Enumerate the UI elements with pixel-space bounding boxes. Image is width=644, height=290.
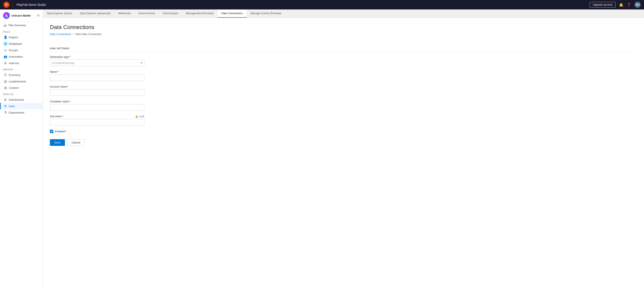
upgrade-button[interactable]: Upgrade account [590,2,616,8]
sidebar-item-label: Groups [9,49,18,52]
breadcrumb-current: New Data Connection [76,33,102,36]
required-star: * [68,85,69,88]
cancel-button[interactable]: Cancel [67,139,85,146]
sidebar-item-label: Data [9,105,14,108]
breadcrumb-separator: > [72,33,74,36]
playfab-logo: P [4,2,10,8]
tab-manage-events[interactable]: Manage Events (Preview) [246,10,285,18]
topbar-title: PlayFab Demo Studio [16,3,587,7]
required-star: * [58,70,59,73]
destination-type-select-wrapper: AzureBlobStorage EventHub S3 ▼ [50,60,144,66]
destination-type-label: Destination type * [50,56,144,59]
enabled-row: Enabled * [50,130,637,133]
section-build-label: BUILD [0,29,43,34]
data-icon: ⚙ [4,104,7,108]
main-area: Data Explorer (basic) Data Explorer (adv… [43,10,644,290]
tab-event-archive[interactable]: Event Archive [135,10,159,18]
notifications-icon[interactable]: 🔔 [619,3,623,7]
sidebar-item-multiplayer[interactable]: 🌐 Multiplayer [0,41,43,47]
players-icon: 👤 [4,36,7,39]
container-name-input[interactable] [50,104,144,111]
sidebar-item-content[interactable]: ▤ Content [0,85,43,91]
sidebar-item-automation[interactable]: 👥 Automation [0,53,43,60]
container-name-label: Container name * [50,100,144,103]
page-title: Data Connections [50,24,637,31]
sidebar-item-leaderboards[interactable]: ▤ Leaderboards [0,78,43,85]
sidebar-item-label: Experiments [9,111,24,114]
sas-token-group: Sas token * 🔒 Lock [50,115,144,125]
sidebar-item-label: Content [9,86,19,90]
groups-icon: 🗂 [4,48,7,52]
account-name-group: Account name * [50,85,144,96]
required-star: * [62,115,64,118]
app-icon: 🦄 [3,12,10,19]
topbar: P PlayFab Demo Studio Upgrade account 🔔 … [0,0,644,10]
sidebar-item-economy[interactable]: ☰ Economy [0,72,43,78]
sidebar: 🦄 Unicorn Battle ⚙ 📊 Title Overview BUIL… [0,10,43,290]
tab-bar: Data Explorer (basic) Data Explorer (adv… [43,10,644,18]
app-name: Unicorn Battle [12,14,31,17]
section-engage-label: ENGAGE [0,66,43,72]
sidebar-item-label: Automation [9,55,23,58]
sidebar-item-label: Dashboards [9,98,24,101]
tab-data-explorer-basic[interactable]: Data Explorer (basic) [43,10,76,18]
name-label: Name * [50,70,144,73]
sidebar-item-label: Add-ons [9,62,19,65]
required-star: * [70,100,71,103]
name-group: Name * [50,70,144,81]
sidebar-item-label: Leaderboards [9,80,26,83]
leaderboards-icon: ▤ [4,80,7,83]
settings-icon[interactable]: ⚙ [37,14,40,17]
name-input[interactable] [50,74,144,81]
tab-management-preview[interactable]: Management (Preview) [182,10,218,18]
lock-icon: 🔒 [135,115,138,118]
economy-icon: ☰ [4,73,7,77]
tab-webhooks[interactable]: Webhooks [114,10,135,18]
enabled-label[interactable]: Enabled * [55,130,67,133]
save-button[interactable]: Save [50,139,65,146]
tab-event-export[interactable]: Event Export [159,10,182,18]
sidebar-item-label: Economy [9,73,20,77]
destination-type-group: Destination type * AzureBlobStorage Even… [50,56,144,66]
sidebar-item-label: Multiplayer [9,42,22,45]
required-star: * [66,130,67,133]
sidebar-item-addons[interactable]: ⊞ Add-ons [0,60,43,66]
sidebar-item-data[interactable]: ⚙ Data [0,103,43,109]
sas-token-input[interactable] [50,119,144,125]
bar-chart-icon: 📊 [3,24,6,27]
tab-data-explorer-advanced[interactable]: Data Explorer (advanced) [76,10,114,18]
content-icon: ▤ [4,86,7,90]
tab-data-connections[interactable]: Data Connections [218,10,246,18]
section-analyze-label: ANALYZE [0,91,43,96]
page-content: Data Connections Data Connections > New … [43,18,644,290]
experiments-icon: ⚗ [4,111,7,114]
sidebar-app-header: 🦄 Unicorn Battle ⚙ [0,10,43,22]
dashboards-icon: ⊞ [4,98,7,101]
section-divider [50,42,637,42]
sas-label-row: Sas token * 🔒 Lock [50,115,144,118]
addons-icon: ⊞ [4,61,7,65]
destination-type-select[interactable]: AzureBlobStorage EventHub S3 [50,60,144,66]
sidebar-item-label: Players [9,36,18,39]
sidebar-item-groups[interactable]: 🗂 Groups [0,47,43,53]
automation-icon: 👥 [4,55,7,58]
enabled-checkbox[interactable] [50,130,53,133]
sidebar-item-dashboards[interactable]: ⊞ Dashboards [0,96,43,103]
topbar-actions: Upgrade account 🔔 ❓ SH [590,2,640,8]
lock-button[interactable]: 🔒 Lock [135,115,144,118]
sas-token-label: Sas token * [50,115,64,118]
account-name-label: Account name * [50,85,144,88]
user-avatar[interactable]: SH [634,2,640,8]
sidebar-item-title-overview[interactable]: 📊 Title Overview [0,22,43,29]
breadcrumb-link-data-connections[interactable]: Data Connections [50,33,71,36]
account-name-input[interactable] [50,89,144,96]
help-icon[interactable]: ❓ [627,3,631,7]
multiplayer-icon: 🌐 [4,42,7,45]
sink-settings-label: SINK SETTINGS [50,47,637,52]
sidebar-item-label: Title Overview [8,24,26,27]
sidebar-item-experiments[interactable]: ⚗ Experiments [0,109,43,116]
container-name-group: Container name * [50,100,144,111]
sidebar-item-players[interactable]: 👤 Players [0,34,43,41]
required-star: * [70,56,71,59]
form-actions: Save Cancel [50,139,637,146]
